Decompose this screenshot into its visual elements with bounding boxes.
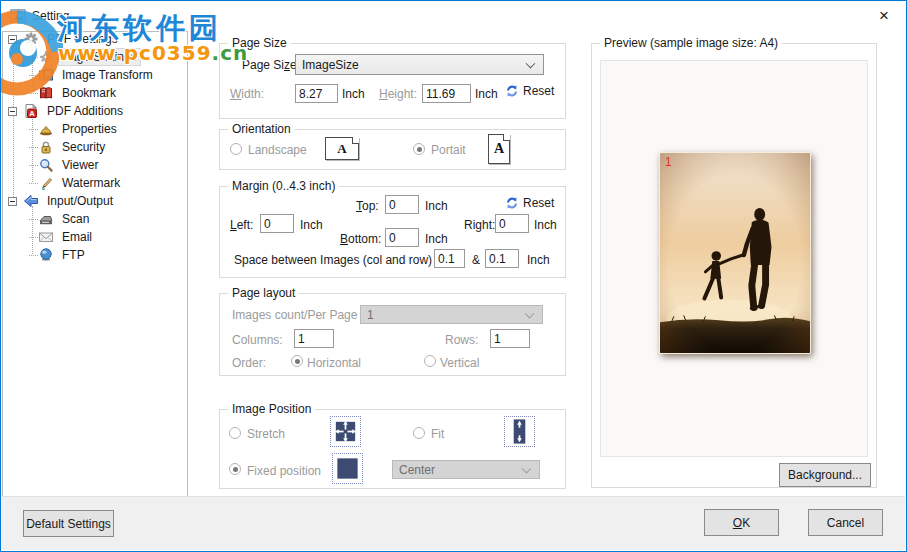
order-label: Order: — [232, 356, 266, 370]
fit-radio[interactable] — [413, 427, 425, 439]
ok-button[interactable]: OK — [704, 509, 779, 536]
images-icon — [38, 67, 54, 83]
pen-icon — [38, 175, 54, 191]
tree-item-image-transform[interactable]: Image Transform — [3, 66, 187, 84]
landscape-page-icon: A — [325, 137, 359, 160]
rows-input[interactable] — [490, 329, 530, 348]
envelope-icon — [38, 229, 54, 245]
tree-item-input-output[interactable]: Input/Output — [3, 192, 187, 210]
space-between-label: Space between Images (col and row) : — [234, 253, 439, 267]
width-label: Width: — [230, 87, 264, 101]
tree-item-label: Properties — [59, 121, 120, 137]
default-settings-button[interactable]: Default Settings — [23, 510, 114, 537]
margin-left-label: Left: — [230, 218, 253, 232]
fit-label: Fit — [431, 427, 444, 441]
fixed-position-radio[interactable] — [229, 463, 241, 475]
background-button[interactable]: Background... — [779, 463, 871, 487]
tree-item-label: Scan — [59, 211, 92, 227]
space-row-input[interactable] — [485, 249, 519, 268]
margin-bottom-input[interactable] — [385, 228, 419, 247]
tree-item-security[interactable]: Security — [3, 138, 187, 156]
margin-group: Margin (0..4.3 inch) Top: Inch Reset Lef… — [219, 186, 566, 278]
gears-icon — [23, 31, 39, 47]
book-icon — [38, 85, 54, 101]
margin-right-unit: Inch — [534, 218, 557, 232]
margin-group-label: Margin (0..4.3 inch) — [228, 179, 339, 193]
margin-left-input[interactable] — [260, 214, 294, 233]
svg-text:A: A — [29, 109, 35, 118]
arrow-left-icon — [23, 193, 39, 209]
page-size-group-label: Page Size — [228, 36, 291, 50]
app-icon — [10, 8, 26, 24]
dialog-footer: Default Settings OK Cancel — [2, 496, 905, 550]
orientation-group: Orientation Landscape A Portait A — [219, 129, 566, 170]
chevron-down-icon — [525, 308, 535, 318]
margin-top-input[interactable] — [385, 195, 419, 214]
width-input[interactable] — [295, 84, 338, 103]
stretch-label: Stretch — [247, 427, 285, 441]
position-value: Center — [399, 463, 435, 477]
margin-reset-button[interactable]: Reset — [505, 196, 554, 210]
pdf-icon: A — [23, 103, 39, 119]
margin-right-label: Right: — [464, 218, 495, 232]
rows-label: Rows: — [445, 333, 478, 347]
tree-item-ftp[interactable]: FTP — [3, 246, 187, 264]
fixed-position-label: Fixed position — [247, 464, 321, 478]
tree-item-page-settings[interactable]: Page Settings — [3, 48, 187, 66]
page-size-reset-button[interactable]: Reset — [505, 84, 554, 98]
tree-item-watermark[interactable]: Watermark — [3, 174, 187, 192]
image-position-group: Image Position Stretch Fit Fixed positio… — [219, 409, 566, 489]
tree-item-pdf-additions[interactable]: A PDF Additions — [3, 102, 187, 120]
magnifier-icon — [38, 157, 54, 173]
horizontal-radio[interactable] — [291, 355, 303, 367]
space-col-input[interactable] — [434, 249, 465, 268]
window-title: Setting — [32, 9, 69, 23]
height-unit: Inch — [475, 87, 498, 101]
tree-item-pdf-settings[interactable]: PDF Settings — [3, 31, 187, 48]
tree-item-properties[interactable]: Properties — [3, 120, 187, 138]
portrait-page-icon: A — [488, 134, 510, 164]
tree-item-label: FTP — [59, 247, 88, 263]
tree-item-label: Email — [59, 229, 95, 245]
portrait-label: Portait — [431, 143, 466, 157]
page-letter: A — [337, 141, 346, 157]
collapse-toggle-icon[interactable] — [8, 35, 17, 44]
margin-right-input[interactable] — [495, 214, 529, 233]
fixed-position-icon — [332, 453, 363, 484]
refresh-icon — [505, 196, 519, 210]
margin-bottom-unit: Inch — [425, 232, 448, 246]
tree-item-bookmark[interactable]: Bookmark — [3, 84, 187, 102]
settings-tree: PDF Settings Page Settings Image Transfo… — [2, 31, 188, 498]
columns-input[interactable] — [294, 329, 334, 348]
scanner-icon — [38, 211, 54, 227]
tree-item-viewer[interactable]: Viewer — [3, 156, 187, 174]
ampersand-label: & — [472, 253, 480, 267]
margin-bottom-label: Bottom: — [340, 232, 381, 246]
collapse-toggle-icon[interactable] — [8, 107, 17, 116]
tree-item-label: PDF Additions — [44, 103, 126, 119]
height-input[interactable] — [422, 84, 471, 103]
tree-item-label: PDF Settings — [44, 31, 121, 47]
tree-item-scan[interactable]: Scan — [3, 210, 187, 228]
stretch-icon — [330, 416, 361, 447]
vertical-radio[interactable] — [424, 355, 436, 367]
chevron-down-icon — [522, 463, 532, 473]
space-unit: Inch — [527, 253, 550, 267]
reset-label: Reset — [523, 84, 554, 98]
tree-item-email[interactable]: Email — [3, 228, 187, 246]
landscape-radio[interactable] — [230, 143, 242, 155]
close-button[interactable]: × — [866, 3, 902, 29]
orientation-group-label: Orientation — [228, 122, 295, 136]
cancel-button[interactable]: Cancel — [808, 509, 883, 536]
page-layout-group: Page layout Images count/Per Page 1 Colu… — [219, 293, 566, 376]
tree-item-label: Security — [59, 139, 108, 155]
page-size-select[interactable]: ImageSize — [295, 54, 544, 75]
margin-left-unit: Inch — [300, 218, 323, 232]
portrait-radio[interactable] — [413, 143, 425, 155]
collapse-toggle-icon[interactable] — [8, 197, 17, 206]
page-size-label: Page Size: — [242, 58, 300, 72]
page-fold — [503, 134, 510, 141]
preview-canvas: 1 — [600, 60, 868, 457]
globe-icon — [38, 247, 54, 263]
stretch-radio[interactable] — [229, 427, 241, 439]
